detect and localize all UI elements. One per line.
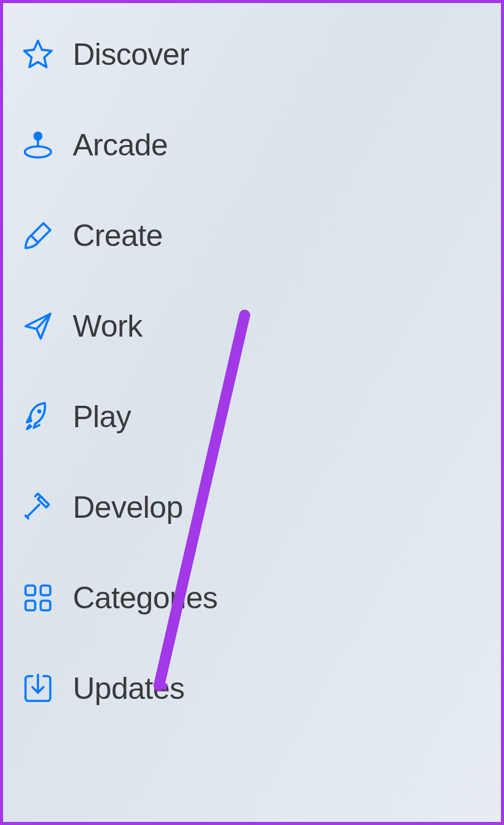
sidebar-item-label: Categories [73,580,218,616]
sidebar-item-label: Updates [73,671,185,706]
paintbrush-icon [20,218,56,253]
sidebar-item-label: Create [73,218,163,253]
sidebar-item-arcade[interactable]: Arcade [20,127,489,163]
svg-point-4 [37,409,42,414]
sidebar-item-play[interactable]: Play [20,399,489,435]
sidebar-item-create[interactable]: Create [20,218,489,253]
svg-point-2 [25,146,51,157]
arcade-icon [20,127,56,163]
svg-rect-8 [26,601,35,611]
sidebar-item-develop[interactable]: Develop [20,490,489,525]
svg-rect-7 [41,586,51,595]
sidebar-item-label: Work [73,308,143,344]
sidebar-item-label: Arcade [73,127,168,163]
sidebar-item-work[interactable]: Work [20,308,489,344]
rocket-icon [20,399,56,435]
svg-rect-6 [26,586,35,595]
paperplane-icon [20,308,56,344]
sidebar-item-label: Discover [73,37,189,72]
download-icon [20,671,56,706]
grid-icon [20,580,56,616]
sidebar: Discover Arcade Create Work [3,3,501,719]
svg-rect-9 [41,601,51,611]
hammer-icon [20,490,56,525]
svg-line-5 [27,505,39,517]
sidebar-item-label: Play [73,399,131,435]
sidebar-item-label: Develop [73,490,183,525]
sidebar-item-discover[interactable]: Discover [20,37,489,72]
star-icon [20,37,56,72]
sidebar-item-updates[interactable]: Updates [20,671,489,706]
sidebar-item-categories[interactable]: Categories [20,580,489,616]
